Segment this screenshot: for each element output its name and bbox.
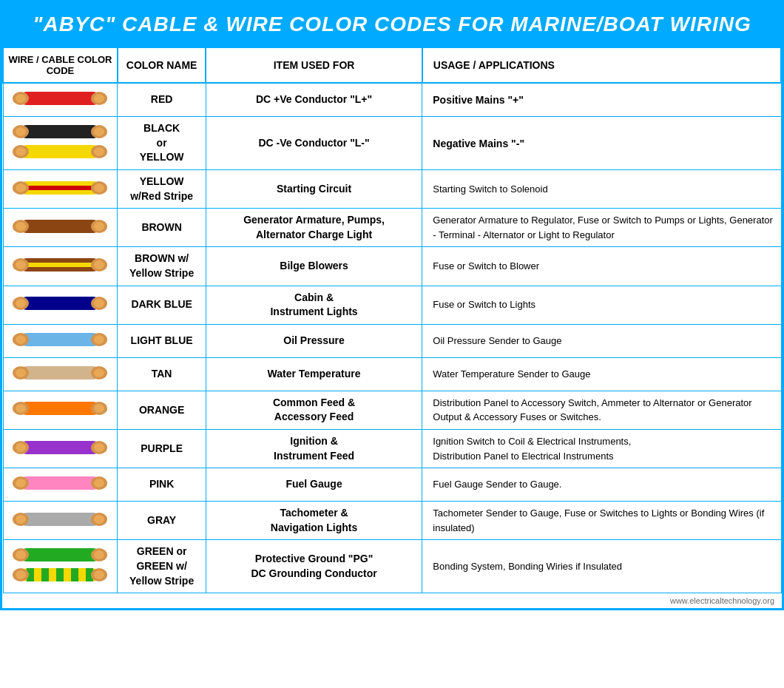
wire-icon-yellow <box>12 144 108 162</box>
item-cell-red: DC +Ve Conductor "L+" <box>206 83 422 117</box>
svg-point-60 <box>16 479 26 488</box>
item-cell-black-yellow: DC -Ve Conductor "L-" <box>206 117 422 170</box>
item-cell-gray: Tachometer & Navigation Lights <box>206 502 422 540</box>
color-code-table: WIRE / CABLE COLOR CODE COLOR NAME ITEM … <box>2 47 782 593</box>
color-name-purple: PURPLE <box>118 429 206 468</box>
svg-point-42 <box>94 335 104 344</box>
svg-rect-43 <box>21 366 99 380</box>
wire-cell-brown <box>3 209 118 247</box>
wire-icon-yellow-red <box>12 181 108 198</box>
svg-rect-17 <box>21 186 99 190</box>
wire-icon-pink <box>12 476 108 493</box>
wire-cell-dark-blue <box>3 286 118 324</box>
svg-point-2 <box>16 94 26 103</box>
item-cell-tan: Water Temperature <box>206 357 422 391</box>
wire-icon-darkblue <box>12 296 108 314</box>
wire-visual-brown-yellow <box>10 254 112 278</box>
wire-cell-yellow-red <box>3 170 118 209</box>
svg-point-7 <box>16 127 26 136</box>
svg-rect-28 <box>21 263 99 267</box>
svg-point-14 <box>94 147 104 156</box>
header-wire: WIRE / CABLE COLOR CODE <box>3 47 118 83</box>
svg-rect-76 <box>21 568 99 581</box>
item-cell-light-blue: Oil Pressure <box>206 324 422 357</box>
usage-cell-orange: Distribution Panel to Accessory Switch, … <box>422 391 781 429</box>
wire-icon-green <box>12 547 108 565</box>
svg-point-30 <box>16 260 26 269</box>
page-title: "ABYC" CABLE & WIRE COLOR CODES FOR MARI… <box>2 2 782 47</box>
item-cell-yellow-red: Starting Circuit <box>206 170 422 209</box>
usage-cell-light-blue: Oil Pressure Sender to Gauge <box>422 324 781 357</box>
svg-point-55 <box>16 443 26 452</box>
color-name-tan: TAN <box>118 357 206 391</box>
svg-point-65 <box>16 515 26 524</box>
item-cell-brown: Generator Armature, Pumps, Alternator Ch… <box>206 209 422 247</box>
page-wrapper: "ABYC" CABLE & WIRE COLOR CODES FOR MARI… <box>0 0 784 610</box>
color-name-yellow-red: YELLOW w/Red Stripe <box>118 170 206 209</box>
svg-point-50 <box>16 404 26 413</box>
wire-visual-gray <box>10 509 112 533</box>
wire-visual-brown <box>10 216 112 240</box>
svg-point-32 <box>94 260 104 269</box>
svg-point-62 <box>94 479 104 488</box>
item-cell-green: Protective Ground "PG" DC Grounding Cond… <box>206 540 422 593</box>
svg-rect-22 <box>21 220 99 233</box>
wire-visual-red <box>10 88 112 112</box>
item-cell-brown-yellow: Bilge Blowers <box>206 247 422 286</box>
wire-cell-black-yellow <box>3 117 118 170</box>
usage-cell-yellow-red: Starting Switch to Solenoid <box>422 170 781 209</box>
usage-cell-red: Positive Mains "+" <box>422 83 781 117</box>
usage-cell-black-yellow: Negative Mains "-" <box>422 117 781 170</box>
wire-visual-dark-blue <box>10 293 112 317</box>
svg-point-35 <box>16 299 26 308</box>
svg-point-21 <box>94 183 104 192</box>
wire-visual-yellow-red <box>10 178 112 201</box>
wire-icon-black <box>12 124 108 142</box>
svg-rect-48 <box>21 402 99 415</box>
table-row: REDDC +Ve Conductor "L+"Positive Mains "… <box>3 83 781 117</box>
header-usage: USAGE / APPLICATIONS <box>422 47 781 83</box>
header-item: ITEM USED FOR <box>206 47 422 83</box>
wire-icon-green-yellow <box>12 567 108 585</box>
usage-cell-tan: Water Temperature Sender to Gauge <box>422 357 781 391</box>
svg-rect-53 <box>21 441 99 454</box>
wire-cell-purple <box>3 429 118 468</box>
svg-point-57 <box>94 443 104 452</box>
svg-point-47 <box>94 368 104 377</box>
svg-point-37 <box>94 299 104 308</box>
usage-cell-gray: Tachometer Sender to Gauge, Fuse or Swit… <box>422 502 781 540</box>
wire-icon-brown-yellow <box>12 257 108 275</box>
wire-icon-purple <box>12 440 108 458</box>
wire-icon-red <box>12 91 108 109</box>
svg-point-72 <box>94 550 104 559</box>
svg-point-4 <box>94 94 104 103</box>
wire-visual-light-blue <box>10 329 112 353</box>
color-name-red: RED <box>118 83 206 117</box>
table-row: LIGHT BLUEOil PressureOil Pressure Sende… <box>3 324 781 357</box>
table-row: BROWNGenerator Armature, Pumps, Alternat… <box>3 209 781 247</box>
table-row: ORANGECommon Feed & Accessory FeedDistri… <box>3 391 781 429</box>
table-row: TANWater TemperatureWater Temperature Se… <box>3 357 781 391</box>
svg-point-80 <box>94 570 104 579</box>
svg-point-26 <box>94 222 104 231</box>
table-row: GRAYTachometer & Navigation LightsTachom… <box>3 502 781 540</box>
wire-visual-purple <box>10 437 112 461</box>
svg-point-45 <box>16 368 26 377</box>
svg-point-19 <box>16 183 26 192</box>
table-row: BLACK or YELLOWDC -Ve Conductor "L-"Nega… <box>3 117 781 170</box>
wire-visual-black-yellow <box>10 121 112 165</box>
svg-rect-0 <box>21 92 99 105</box>
table-row: YELLOW w/Red StripeStarting CircuitStart… <box>3 170 781 209</box>
svg-rect-10 <box>21 145 99 158</box>
usage-cell-brown-yellow: Fuse or Switch to Blower <box>422 247 781 286</box>
wire-visual-orange <box>10 398 112 422</box>
wire-icon-tan <box>12 365 108 383</box>
header-color: COLOR NAME <box>118 47 206 83</box>
color-name-light-blue: LIGHT BLUE <box>118 324 206 357</box>
item-cell-pink: Fuel Gauge <box>206 468 422 502</box>
wire-visual-tan <box>10 362 112 386</box>
wire-icon-orange <box>12 401 108 419</box>
wire-cell-red <box>3 83 118 117</box>
item-cell-orange: Common Feed & Accessory Feed <box>206 391 422 429</box>
wire-icon-gray <box>12 512 108 530</box>
